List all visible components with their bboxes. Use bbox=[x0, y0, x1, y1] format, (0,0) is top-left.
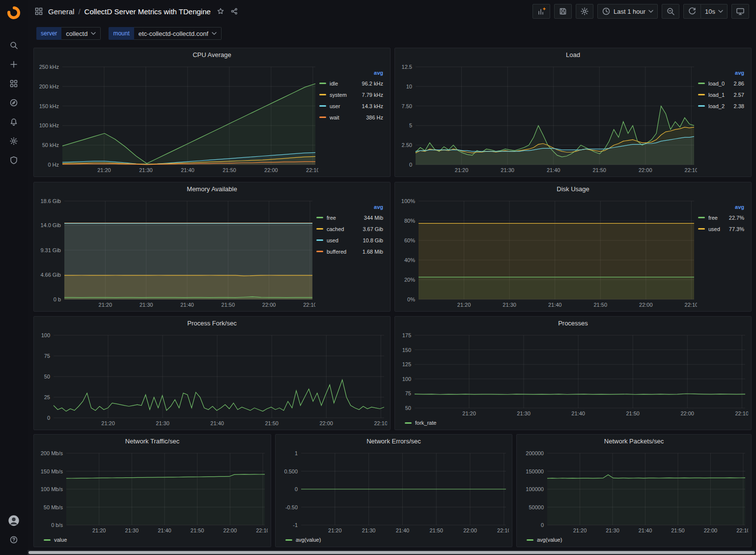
panel-title[interactable]: Load bbox=[395, 48, 751, 62]
variable-mount-selected: etc-collectd-collectd.conf bbox=[139, 30, 208, 37]
grafana-logo[interactable] bbox=[5, 4, 22, 21]
series-name: user bbox=[330, 103, 340, 109]
configuration-gear-icon[interactable] bbox=[4, 131, 24, 150]
legend-entry-free[interactable]: free22.7% bbox=[698, 212, 744, 223]
svg-text:75: 75 bbox=[44, 353, 50, 359]
svg-text:21:40: 21:40 bbox=[547, 167, 560, 173]
panel-title[interactable]: Processes bbox=[395, 317, 751, 330]
refresh-button[interactable] bbox=[683, 4, 701, 19]
zoom-out-time-button[interactable] bbox=[662, 4, 679, 19]
panel-title[interactable]: Disk Usage bbox=[395, 182, 751, 196]
legend-entry-cached[interactable]: cached3.67 Gib bbox=[316, 223, 383, 234]
legend-avg-header[interactable]: avg bbox=[319, 68, 383, 78]
panel-title[interactable]: Network Errors/sec bbox=[276, 435, 512, 448]
svg-text:21:20: 21:20 bbox=[455, 167, 469, 173]
legend-avg-header[interactable]: avg bbox=[698, 68, 744, 78]
legend-entry-fork_rate[interactable]: fork_rate bbox=[405, 420, 436, 426]
refresh-interval-picker[interactable]: 10s bbox=[700, 4, 728, 19]
legend-entry-idle[interactable]: idle96.2 kHz bbox=[319, 78, 383, 89]
series-color-swatch bbox=[698, 228, 705, 230]
add-panel-button[interactable] bbox=[532, 4, 550, 19]
dashboards-grid-icon[interactable] bbox=[4, 74, 24, 93]
legend-entry-load_0[interactable]: load_02.86 bbox=[698, 78, 744, 89]
network-traffic-chart[interactable]: 0 b/s50 Mb/s100 Mb/s150 Mb/s200 Mb/s21:2… bbox=[37, 448, 268, 535]
search-icon[interactable] bbox=[4, 35, 24, 55]
variable-mount-value[interactable]: etc-collectd-collectd.conf bbox=[134, 27, 222, 40]
help-icon[interactable] bbox=[4, 530, 24, 549]
svg-text:21:30: 21:30 bbox=[606, 527, 619, 533]
network-packets-chart[interactable]: 05000010000015000020000021:2021:3021:402… bbox=[520, 448, 748, 535]
svg-text:21:20: 21:20 bbox=[92, 527, 106, 533]
legend-entry-load_1[interactable]: load_12.57 bbox=[698, 89, 744, 100]
memory-available-chart[interactable]: 0 b4.66 Gib9.31 Gib14.0 Gib18.6 Gib21:20… bbox=[37, 196, 315, 309]
legend-entry-used[interactable]: used10.8 Gib bbox=[316, 234, 383, 246]
series-name: idle bbox=[330, 81, 338, 87]
legend-entry-user[interactable]: user14.3 kHz bbox=[319, 100, 383, 112]
legend-entry-load_2[interactable]: load_22.38 bbox=[698, 100, 744, 112]
network-errors-chart[interactable]: -1-0.5000.500121:2021:3021:4021:5022:002… bbox=[279, 448, 509, 535]
alerting-bell-icon[interactable] bbox=[4, 112, 24, 131]
create-plus-icon[interactable] bbox=[4, 55, 24, 74]
panel-title[interactable]: Network Traffic/sec bbox=[34, 435, 271, 448]
legend-avg-header[interactable]: avg bbox=[316, 202, 383, 212]
panel-process-fork: Process Fork/sec 025507510021:2021:3021:… bbox=[33, 316, 391, 430]
svg-text:22:10: 22:10 bbox=[735, 410, 748, 416]
dashboard-settings-button[interactable] bbox=[576, 4, 593, 19]
legend-entry-wait[interactable]: wait386 Hz bbox=[319, 112, 383, 123]
star-dashboard-button[interactable] bbox=[217, 7, 224, 15]
series-name: fork_rate bbox=[415, 420, 436, 426]
svg-text:21:50: 21:50 bbox=[223, 167, 236, 173]
breadcrumb-folder[interactable]: General bbox=[48, 7, 74, 16]
legend-entry-free[interactable]: free344 Mib bbox=[316, 212, 383, 223]
legend-entry-used[interactable]: used77.3% bbox=[698, 223, 744, 234]
panel-cpu-average: CPU Average 0 Hz50 kHz100 kHz150 kHz200 … bbox=[33, 48, 391, 177]
svg-text:21:30: 21:30 bbox=[517, 410, 531, 416]
panel-title[interactable]: Memory Available bbox=[34, 182, 390, 196]
legend-entry-system[interactable]: system7.79 kHz bbox=[319, 89, 383, 100]
panel-title[interactable]: Process Fork/sec bbox=[34, 317, 390, 330]
series-avg-value: 1.68 Mib bbox=[363, 249, 383, 255]
server-admin-shield-icon[interactable] bbox=[4, 150, 24, 170]
process-fork-chart[interactable]: 025507510021:2021:3021:4021:5022:0022:10 bbox=[37, 330, 387, 428]
variable-mount: mount etc-collectd-collectd.conf bbox=[109, 27, 222, 40]
svg-text:21:50: 21:50 bbox=[626, 410, 640, 416]
clock-icon bbox=[602, 7, 611, 16]
scrollbar-thumb[interactable] bbox=[28, 551, 755, 554]
time-range-label: Last 1 hour bbox=[614, 8, 645, 15]
panel-title[interactable]: CPU Average bbox=[34, 48, 390, 62]
svg-text:22:10: 22:10 bbox=[306, 167, 318, 173]
svg-text:22:10: 22:10 bbox=[685, 167, 697, 173]
legend-entry-buffered[interactable]: buffered1.68 Mib bbox=[316, 246, 383, 257]
load-chart[interactable]: 02.5057.501012.521:2021:3021:4021:5022:0… bbox=[398, 62, 697, 175]
processes-chart[interactable]: 507510012515017521:2021:3021:4021:5022:0… bbox=[398, 330, 748, 418]
series-color-swatch bbox=[319, 83, 326, 84]
disk-usage-chart[interactable]: 0%20%40%60%80%100%21:2021:3021:4021:5022… bbox=[398, 196, 697, 309]
horizontal-scrollbar[interactable] bbox=[28, 550, 756, 555]
svg-text:21:20: 21:20 bbox=[99, 302, 112, 308]
svg-text:21:30: 21:30 bbox=[139, 167, 153, 173]
variable-server-value[interactable]: collectd bbox=[61, 27, 101, 40]
svg-text:22:10: 22:10 bbox=[497, 527, 509, 533]
legend-entry-value[interactable]: value bbox=[44, 537, 67, 543]
legend-avg-header[interactable]: avg bbox=[698, 202, 744, 212]
dashboard-title[interactable]: CollectD Server Metrics with TDengine bbox=[84, 7, 211, 16]
series-name: used bbox=[327, 237, 338, 243]
cpu-average-chart[interactable]: 0 Hz50 kHz100 kHz150 kHz200 kHz250 kHz21… bbox=[37, 62, 318, 175]
time-range-picker[interactable]: Last 1 hour bbox=[597, 4, 658, 19]
series-color-swatch bbox=[319, 105, 326, 107]
panel-title[interactable]: Network Packets/sec bbox=[517, 435, 751, 448]
legend-entry-avg(value)[interactable]: avg(value) bbox=[285, 537, 321, 543]
svg-text:20%: 20% bbox=[404, 277, 415, 283]
network-traffic-legend: value bbox=[37, 535, 268, 545]
svg-text:100: 100 bbox=[402, 376, 411, 382]
legend-entry-avg(value)[interactable]: avg(value) bbox=[527, 537, 562, 543]
share-dashboard-button[interactable] bbox=[230, 7, 238, 15]
save-dashboard-button[interactable] bbox=[554, 4, 572, 19]
user-avatar[interactable] bbox=[4, 511, 24, 530]
svg-text:9.31 Gib: 9.31 Gib bbox=[40, 247, 61, 253]
series-avg-value: 7.79 kHz bbox=[362, 92, 383, 98]
svg-text:18.6 Gib: 18.6 Gib bbox=[40, 198, 61, 204]
svg-text:21:30: 21:30 bbox=[501, 167, 514, 173]
explore-compass-icon[interactable] bbox=[4, 93, 24, 112]
cycle-view-button[interactable] bbox=[731, 4, 749, 19]
